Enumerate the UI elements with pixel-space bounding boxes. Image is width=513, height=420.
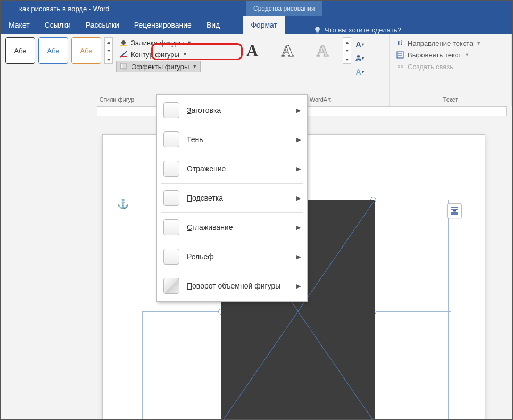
group-text: II Направление текста▼ Выровнять текст▼ … — [390, 34, 512, 106]
svg-rect-0 — [120, 45, 127, 46]
effects-bevel[interactable]: Рельеф ▶ — [157, 244, 307, 269]
menu-separator — [161, 154, 303, 154]
effects-soft-edges[interactable]: Сглаживание ▶ — [157, 215, 307, 240]
submenu-arrow-icon: ▶ — [296, 107, 301, 114]
layout-options-icon — [450, 206, 459, 216]
shape-outline-label: Контур фигуры — [131, 51, 179, 59]
glow-icon — [163, 190, 179, 206]
lightbulb-icon — [313, 26, 321, 34]
text-direction-icon: II — [396, 39, 404, 47]
submenu-arrow-icon: ▶ — [296, 166, 301, 172]
svg-rect-3 — [122, 64, 127, 70]
shape-outline-button[interactable]: Контур фигуры▼ — [116, 49, 201, 60]
wordart-mini-buttons: A▾ A▾ A▾ — [351, 37, 368, 79]
wordart-style-3[interactable]: А — [308, 37, 337, 64]
tab-format[interactable]: Формат — [243, 16, 285, 34]
shape-fill-button[interactable]: Заливка фигуры▼ — [116, 37, 201, 48]
bevel-icon — [163, 249, 179, 265]
svg-text:II: II — [398, 40, 401, 46]
group-label-text: Текст — [394, 96, 507, 105]
link-icon — [396, 62, 404, 71]
shadow-icon — [163, 131, 179, 147]
text-direction-label: Направление текста — [408, 39, 473, 47]
wordart-gallery[interactable]: А А А ▴▾▾ — [237, 37, 351, 64]
shape-effects-menu: Заготовка ▶ Тень ▶ Отражение ▶ Подсветка… — [156, 94, 308, 302]
tell-me[interactable]: Что вы хотите сделать? — [306, 26, 409, 34]
soft-edges-icon — [163, 219, 179, 235]
rotation-3d-icon — [163, 278, 179, 294]
text-effects-button[interactable]: A▾ — [353, 66, 366, 78]
effects-icon — [120, 62, 128, 71]
shape-fill-label: Заливка фигуры — [131, 39, 184, 47]
svg-rect-1 — [120, 56, 127, 57]
titlebar: как рисовать в ворде - Word Средства рис… — [1, 1, 512, 16]
submenu-arrow-icon: ▶ — [296, 136, 301, 143]
shape-style-1[interactable]: Абв — [5, 37, 35, 64]
wordart-style-1[interactable]: А — [237, 37, 267, 64]
text-direction-button[interactable]: II Направление текста▼ — [394, 37, 507, 49]
shape-style-2[interactable]: Абв — [38, 37, 68, 64]
create-link-button[interactable]: Создать связь — [394, 61, 507, 72]
create-link-label: Создать связь — [408, 63, 453, 71]
bucket-icon — [119, 38, 128, 47]
pen-icon — [119, 50, 128, 59]
submenu-arrow-icon: ▶ — [296, 253, 301, 260]
submenu-arrow-icon: ▶ — [296, 224, 301, 231]
wordart-style-2[interactable]: А — [272, 37, 302, 64]
tab-references[interactable]: Ссылки — [37, 16, 78, 34]
reflection-icon — [163, 161, 179, 177]
ribbon-tabs: Макет Ссылки Рассылки Рецензирование Вид… — [1, 16, 512, 34]
effects-glow[interactable]: Подсветка ▶ — [157, 186, 307, 210]
tab-layout[interactable]: Макет — [1, 16, 37, 34]
tab-review[interactable]: Рецензирование — [127, 16, 199, 34]
window-title: как рисовать в ворде - Word — [19, 5, 110, 13]
align-text-button[interactable]: Выровнять текст▼ — [394, 49, 507, 61]
effects-preset[interactable]: Заготовка ▶ — [157, 98, 307, 122]
align-text-label: Выровнять текст — [408, 51, 461, 59]
tab-mailings[interactable]: Рассылки — [78, 16, 127, 34]
svg-rect-5 — [397, 52, 403, 58]
text-outline-button[interactable]: A▾ — [353, 52, 366, 64]
shape-style-more[interactable]: ▴▾▾ — [104, 37, 113, 64]
menu-separator — [161, 242, 303, 242]
preset-icon — [163, 102, 179, 118]
shape-style-gallery[interactable]: Абв Абв Абв ▴▾▾ — [5, 37, 113, 64]
effects-reflection[interactable]: Отражение ▶ — [157, 157, 307, 181]
layout-options-button[interactable] — [447, 203, 462, 218]
shape-effects-button[interactable]: Эффекты фигуры▼ — [116, 61, 201, 72]
wordart-more[interactable]: ▴▾▾ — [343, 37, 351, 64]
menu-separator — [161, 212, 303, 213]
submenu-arrow-icon: ▶ — [296, 283, 301, 290]
effects-3d-rotation[interactable]: Поворот объемной фигуры ▶ — [157, 274, 307, 298]
menu-separator — [161, 183, 303, 184]
menu-separator — [161, 271, 303, 271]
context-tab-label: Средства рисования — [246, 1, 322, 16]
shape-fill-stack: Заливка фигуры▼ Контур фигуры▼ Эффекты ф… — [113, 37, 201, 72]
svg-rect-28 — [453, 210, 456, 212]
tab-view[interactable]: Вид — [199, 16, 227, 34]
tell-me-label: Что вы хотите сделать? — [325, 26, 401, 34]
shape-style-3[interactable]: Абв — [71, 37, 101, 64]
effects-shadow[interactable]: Тень ▶ — [157, 127, 307, 152]
align-text-icon — [396, 51, 404, 59]
text-fill-button[interactable]: A▾ — [353, 38, 366, 50]
menu-separator — [161, 125, 303, 125]
shape-effects-label: Эффекты фигуры — [131, 63, 189, 71]
submenu-arrow-icon: ▶ — [296, 195, 301, 202]
anchor-icon: ⚓ — [117, 198, 129, 210]
